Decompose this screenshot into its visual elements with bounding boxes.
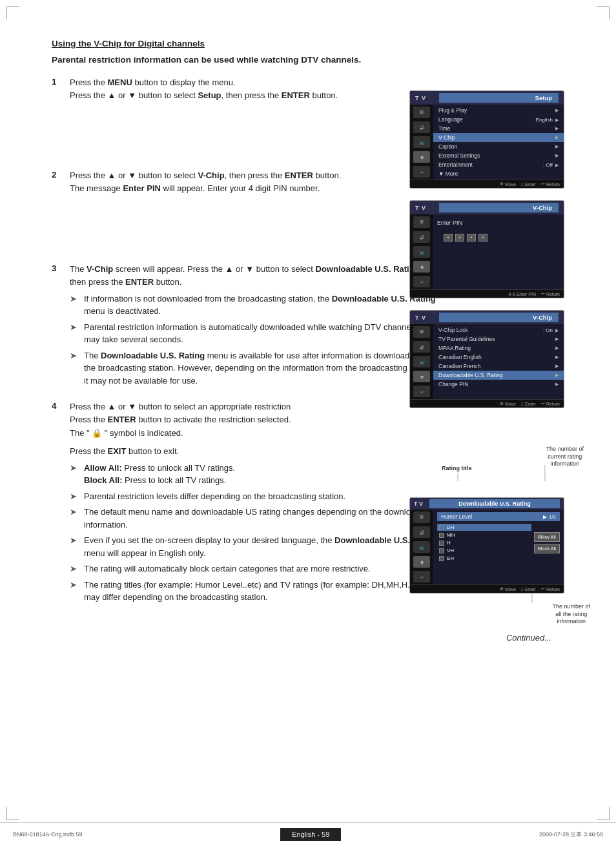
dl-diagram-area: Rating title The number ofcurrent rating… bbox=[409, 446, 590, 626]
bullet-text: Even if you set the on-screen display to… bbox=[84, 534, 439, 559]
bullet-text: Parental restriction information is auto… bbox=[84, 321, 439, 346]
footer-right: 2008-07-28 오후 3:46:50 bbox=[539, 831, 603, 839]
vchip-options-title: V-Chip bbox=[439, 313, 559, 322]
step-3-number: 3 bbox=[52, 263, 70, 391]
label-eh: EH bbox=[447, 555, 454, 561]
picture-icon: 🖼 bbox=[413, 107, 430, 118]
footer-return-2: ↩Return bbox=[541, 291, 560, 296]
step-4-bullet-5: ➤ The rating will automatically block ce… bbox=[70, 562, 439, 575]
step-4-bullet-2: ➤ Parental restriction levels differ dep… bbox=[70, 490, 439, 503]
downloadable-item: Downloadable U.S. Rating▶ bbox=[433, 371, 564, 380]
footer-move-dl: ⊕Move bbox=[500, 586, 516, 592]
menu-item-more: ▼ More bbox=[433, 169, 564, 178]
canadian-french-item: Canadian French▶ bbox=[433, 362, 564, 371]
sound-icon-3: 🔊 bbox=[413, 341, 430, 353]
step-4-bullet-4: ➤ Even if you set the on-screen display … bbox=[70, 534, 439, 559]
sound-icon: 🔊 bbox=[413, 121, 430, 133]
bullet-arrow: ➤ bbox=[70, 462, 84, 487]
vchip-pin-title: V-Chip bbox=[439, 203, 559, 212]
pin-boxes: * * * * bbox=[437, 230, 560, 245]
dl-footer: ⊕Move □Enter ↩Return bbox=[410, 584, 564, 593]
dl-rating-dh: DH bbox=[437, 524, 531, 531]
step-4-bullet-1: ➤ Allow All: Press to unlock all TV rati… bbox=[70, 462, 439, 487]
bullet-arrow: ➤ bbox=[70, 490, 84, 503]
step-3-bullet-1: ➤ If information is not downloaded from … bbox=[70, 293, 439, 318]
bullet-arrow: ➤ bbox=[70, 579, 84, 604]
step-4: 4 Press the ▲ or ▼ button to select an a… bbox=[52, 400, 439, 607]
setup-panel-body: 🖼 🔊 📺 ⚙ ↩ Plug & Play▶ Language: English… bbox=[410, 105, 564, 180]
picture-icon-3: 🖼 bbox=[413, 326, 430, 338]
mpaa-item: MPAA Rating▶ bbox=[433, 344, 564, 353]
checkbox-mh bbox=[439, 533, 444, 538]
menu-item-caption: Caption▶ bbox=[433, 142, 564, 151]
label-h: H bbox=[447, 540, 451, 546]
vchip-pin-footer: 0-9Enter PIN ↩Return bbox=[410, 289, 564, 298]
vchip-options-header: T V V-Chip bbox=[410, 311, 564, 324]
checkbox-h bbox=[439, 541, 444, 546]
continued-text: Continued... bbox=[52, 633, 577, 643]
vchip-pin-content: Enter PIN * * * * bbox=[433, 214, 564, 289]
vchip-options-items: V-Chip Lock: On▶ TV Parental Guidelines▶… bbox=[433, 324, 564, 399]
setup-panel-header: T V Setup bbox=[410, 91, 564, 105]
footer-return-3: ↩Return bbox=[541, 401, 560, 406]
picture-icon-2: 🖼 bbox=[413, 216, 430, 228]
label-mh: MH bbox=[447, 532, 455, 538]
input-icon-3: ↩ bbox=[413, 386, 430, 397]
footer-enter-dl: □Enter bbox=[521, 586, 536, 592]
vchip-pin-panel: T V V-Chip 🖼 🔊 📺 ⚙ ↩ Enter PIN * * * bbox=[409, 200, 564, 298]
humor-level-label: Humor Level bbox=[441, 513, 543, 520]
dl-sound-icon: 🔊 bbox=[413, 526, 430, 538]
intro-text: Parental restriction information can be … bbox=[52, 55, 577, 65]
dl-rating-eh: EH bbox=[437, 555, 531, 562]
dl-content: Humor Level ▶ 1/2 DH bbox=[433, 510, 564, 584]
humor-level-value: ▶ 1/2 bbox=[543, 514, 556, 520]
pin-box-1: * bbox=[444, 234, 453, 242]
tv-logo: T V bbox=[415, 95, 426, 101]
dl-action-buttons: Allow All Block All bbox=[534, 524, 560, 562]
checkbox-dh bbox=[439, 525, 444, 530]
bullet-arrow: ➤ bbox=[70, 562, 84, 575]
num-all-label: The number ofall the ratinginformation bbox=[552, 603, 590, 626]
bullet-arrow: ➤ bbox=[70, 349, 84, 387]
step-3-content: The V-Chip screen will appear. Press the… bbox=[70, 263, 439, 391]
step-3: 3 The V-Chip screen will appear. Press t… bbox=[52, 263, 439, 391]
step-1-content: Press the MENU button to display the men… bbox=[70, 76, 439, 105]
vchip-pin-body: 🖼 🔊 📺 ⚙ ↩ Enter PIN * * * * bbox=[410, 214, 564, 289]
step-4-bullets: ➤ Allow All: Press to unlock all TV rati… bbox=[70, 462, 439, 604]
block-all-button[interactable]: Block All bbox=[534, 544, 560, 553]
section-title: Using the V-Chip for Digital channels bbox=[52, 39, 577, 48]
input-icon-2: ↩ bbox=[413, 276, 430, 287]
vchip-pin-sidebar: 🖼 🔊 📺 ⚙ ↩ bbox=[410, 214, 433, 289]
setup-sidebar: 🖼 🔊 📺 ⚙ ↩ bbox=[410, 105, 433, 180]
dl-setup-icon: ⚙ bbox=[413, 556, 430, 568]
setup-footer: ⊕Move □Enter ↩Return bbox=[410, 180, 564, 188]
checkbox-vh bbox=[439, 548, 444, 553]
footer-enter-pin: 0-9Enter PIN bbox=[509, 292, 536, 296]
dl-rating-vh: VH bbox=[437, 547, 531, 554]
humor-value-text: 1/2 bbox=[549, 514, 556, 520]
footer-return-dl: ↩Return bbox=[541, 586, 560, 592]
bullet-text: The Downloadable U.S. Rating menu is ava… bbox=[84, 349, 439, 387]
step-4-content: Press the ▲ or ▼ button to select an app… bbox=[70, 400, 439, 607]
footer-move-3: ⊕Move bbox=[500, 401, 516, 406]
step-1: 1 Press the MENU button to display the m… bbox=[52, 76, 439, 105]
label-dh: DH bbox=[447, 524, 455, 530]
canadian-english-item: Canadian English▶ bbox=[433, 353, 564, 362]
step-4-bullet-3: ➤ The default menu name and downloadable… bbox=[70, 506, 439, 531]
tv-parental-item: TV Parental Guidelines▶ bbox=[433, 335, 564, 344]
vchip-lock-item: V-Chip Lock: On▶ bbox=[433, 325, 564, 335]
dl-panel: T V Downloadable U.S. Rating 🖼 🔊 📺 ⚙ ↩ H… bbox=[409, 497, 564, 593]
checkbox-eh bbox=[439, 556, 444, 561]
footer-return: ↩Return bbox=[541, 181, 560, 187]
allow-all-button[interactable]: Allow All bbox=[534, 532, 560, 542]
menu-item-entertainment: Entertainment: Off▶ bbox=[433, 160, 564, 169]
right-panels: T V Setup 🖼 🔊 📺 ⚙ ↩ Plug & Play▶ Languag… bbox=[409, 90, 590, 408]
step-1-number: 1 bbox=[52, 76, 70, 105]
input-icon: ↩ bbox=[413, 166, 430, 178]
dl-sidebar: 🖼 🔊 📺 ⚙ ↩ bbox=[410, 510, 433, 584]
bullet-text: Allow All: Press to unlock all TV rating… bbox=[84, 462, 439, 487]
footer-left: BN68-01814A-Eng.indb 59 bbox=[13, 831, 83, 838]
pin-box-4: * bbox=[478, 234, 488, 242]
bullet-arrow: ➤ bbox=[70, 293, 84, 318]
dl-rating-mh: MH bbox=[437, 531, 531, 539]
